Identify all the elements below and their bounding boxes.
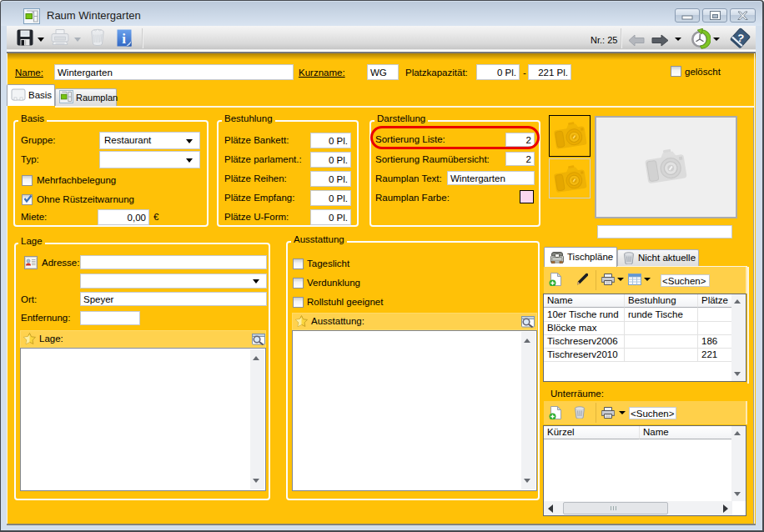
svg-text:i: i <box>122 31 126 47</box>
